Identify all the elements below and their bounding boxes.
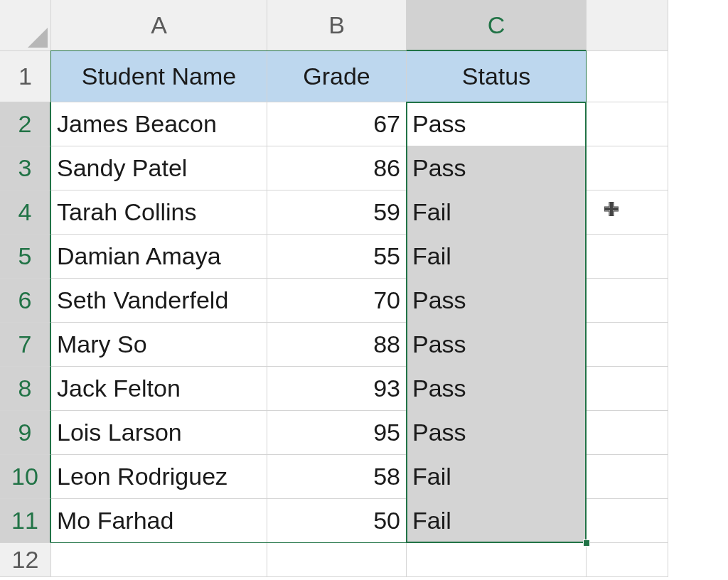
cell-a10[interactable]: Leon Rodriguez [51, 455, 267, 499]
cell-b2[interactable]: 67 [267, 102, 407, 146]
cell-a8[interactable]: Jack Felton [51, 367, 267, 411]
cell-a11[interactable]: Mo Farhad [51, 499, 267, 543]
cell-d9[interactable] [587, 411, 668, 455]
cell-c10[interactable]: Fail [407, 455, 587, 499]
cell-a4[interactable]: Tarah Collins [51, 190, 267, 235]
spreadsheet: A B C 1 2 3 4 5 6 7 8 9 10 11 12 Student… [0, 0, 728, 580]
cell-d5[interactable] [587, 235, 668, 279]
cell-b12[interactable] [267, 543, 407, 577]
cell-c2-active[interactable]: Pass [407, 102, 587, 146]
cell-b4[interactable]: 59 [267, 190, 407, 235]
cell-b9[interactable]: 95 [267, 411, 407, 455]
table-row: Jack Felton 93 Pass [51, 367, 668, 411]
cell-a6[interactable]: Seth Vanderfeld [51, 279, 267, 323]
row-header-6[interactable]: 6 [0, 279, 51, 323]
cell-c3[interactable]: Pass [407, 146, 587, 190]
cell-d3[interactable] [587, 146, 668, 190]
cell-a1[interactable]: Student Name [51, 51, 267, 102]
data-header-row: Student Name Grade Status [51, 51, 668, 102]
cell-a5[interactable]: Damian Amaya [51, 235, 267, 279]
table-row: Leon Rodriguez 58 Fail [51, 455, 668, 499]
cell-c4[interactable]: Fail [407, 190, 587, 235]
row-headers: 1 2 3 4 5 6 7 8 9 10 11 12 [0, 51, 51, 577]
cell-grid: Student Name Grade Status James Beacon 6… [51, 51, 668, 577]
table-row: Damian Amaya 55 Fail [51, 235, 668, 279]
cell-c5[interactable]: Fail [407, 235, 587, 279]
cell-a9[interactable]: Lois Larson [51, 411, 267, 455]
row-header-3[interactable]: 3 [0, 146, 51, 190]
cell-d10[interactable] [587, 455, 668, 499]
cell-b3[interactable]: 86 [267, 146, 407, 190]
cell-a7[interactable]: Mary So [51, 323, 267, 367]
cell-b5[interactable]: 55 [267, 235, 407, 279]
cell-d4[interactable] [587, 190, 668, 235]
cell-b8[interactable]: 93 [267, 367, 407, 411]
col-header-c[interactable]: C [407, 0, 587, 51]
cell-d8[interactable] [587, 367, 668, 411]
select-all-corner[interactable] [0, 0, 51, 51]
cell-a2[interactable]: James Beacon [51, 102, 267, 146]
fill-handle[interactable] [583, 539, 590, 547]
cell-c8[interactable]: Pass [407, 367, 587, 411]
cell-a12[interactable] [51, 543, 267, 577]
row-header-2[interactable]: 2 [0, 102, 51, 146]
cell-d11[interactable] [587, 499, 668, 543]
table-row: Sandy Patel 86 Pass [51, 146, 668, 190]
table-row: Lois Larson 95 Pass [51, 411, 668, 455]
cell-b7[interactable]: 88 [267, 323, 407, 367]
cell-d6[interactable] [587, 279, 668, 323]
cell-c11[interactable]: Fail [407, 499, 587, 543]
row-header-8[interactable]: 8 [0, 367, 51, 411]
cell-b6[interactable]: 70 [267, 279, 407, 323]
row-header-9[interactable]: 9 [0, 411, 51, 455]
cell-c6[interactable]: Pass [407, 279, 587, 323]
row-header-11[interactable]: 11 [0, 499, 51, 543]
cell-c12[interactable] [407, 543, 587, 577]
table-row: James Beacon 67 Pass [51, 102, 668, 146]
cell-b10[interactable]: 58 [267, 455, 407, 499]
col-header-a[interactable]: A [51, 0, 267, 51]
col-header-d[interactable] [587, 0, 668, 51]
table-row: Mo Farhad 50 Fail [51, 499, 668, 543]
table-row: Tarah Collins 59 Fail [51, 190, 668, 235]
table-row-empty [51, 543, 668, 577]
cell-a3[interactable]: Sandy Patel [51, 146, 267, 190]
cell-d1[interactable] [587, 51, 668, 102]
table-row: Seth Vanderfeld 70 Pass [51, 279, 668, 323]
col-header-b[interactable]: B [267, 0, 407, 51]
cell-c1[interactable]: Status [407, 51, 587, 102]
cell-b11[interactable]: 50 [267, 499, 407, 543]
table-row: Mary So 88 Pass [51, 323, 668, 367]
cell-d12[interactable] [587, 543, 668, 577]
cell-b1[interactable]: Grade [267, 51, 407, 102]
cell-c9[interactable]: Pass [407, 411, 587, 455]
row-header-12[interactable]: 12 [0, 543, 51, 577]
row-header-4[interactable]: 4 [0, 190, 51, 235]
row-header-10[interactable]: 10 [0, 455, 51, 499]
row-header-7[interactable]: 7 [0, 323, 51, 367]
cell-c7[interactable]: Pass [407, 323, 587, 367]
cursor-cross-icon [604, 202, 619, 216]
row-header-5[interactable]: 5 [0, 235, 51, 279]
cell-d7[interactable] [587, 323, 668, 367]
row-header-1[interactable]: 1 [0, 51, 51, 102]
cell-d2[interactable] [587, 102, 668, 146]
column-headers: A B C [51, 0, 668, 51]
